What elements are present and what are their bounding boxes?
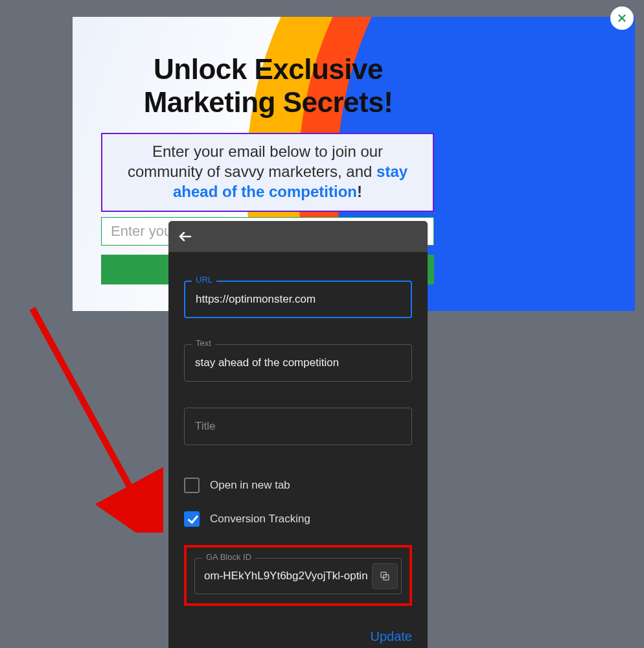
open-new-tab-label: Open in new tab [210, 479, 290, 492]
title-input[interactable] [184, 408, 412, 445]
close-button[interactable] [610, 6, 634, 30]
ga-block-id-input[interactable] [194, 558, 402, 594]
sub-pre: Enter your email below to join our commu… [128, 143, 383, 180]
text-field-wrap: Text [184, 344, 412, 382]
ga-block-box: GA Block ID [184, 545, 412, 606]
back-arrow-icon[interactable] [178, 229, 193, 244]
text-label: Text [192, 338, 215, 348]
annotation-arrow-icon [27, 303, 163, 533]
url-input[interactable] [184, 281, 412, 318]
close-icon [616, 12, 628, 24]
open-new-tab-row: Open in new tab [184, 478, 412, 493]
text-input[interactable] [184, 344, 412, 382]
editor-header [168, 221, 428, 252]
popup-subheading: Enter your email below to join our commu… [128, 143, 408, 200]
link-editor-panel: URL Text Open in new tab Conversion Trac… [168, 221, 428, 648]
update-link[interactable]: Update [371, 629, 413, 644]
open-new-tab-checkbox[interactable] [184, 478, 200, 493]
url-label: URL [192, 275, 216, 284]
conversion-checkbox[interactable] [184, 511, 200, 527]
title-field-wrap [184, 408, 412, 445]
copy-button[interactable] [372, 563, 398, 589]
svg-line-5 [32, 308, 148, 520]
popup-subheading-box[interactable]: Enter your email below to join our commu… [101, 133, 434, 212]
conversion-row: Conversion Tracking [184, 511, 412, 527]
conversion-label: Conversion Tracking [210, 513, 310, 526]
ga-label: GA Block ID [202, 552, 255, 562]
url-field-wrap: URL [184, 281, 412, 318]
copy-icon [379, 570, 391, 582]
sub-bang: ! [357, 183, 362, 200]
popup-headline: Unlock Exclusive Marketing Secrets! [101, 53, 435, 119]
